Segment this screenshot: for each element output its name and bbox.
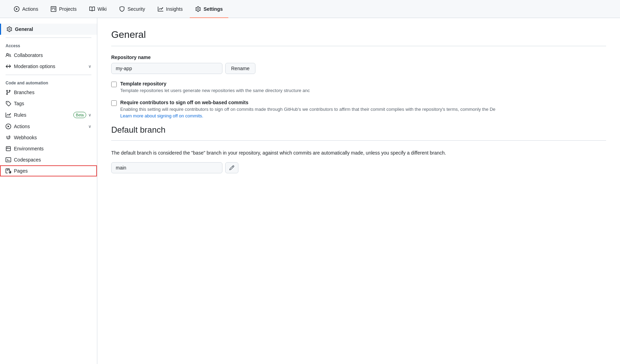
- nav-item-security[interactable]: Security: [114, 0, 151, 18]
- sidebar-divider-1: [6, 38, 91, 38]
- sign-off-title: Require contributors to sign off on web-…: [120, 100, 496, 105]
- sidebar-item-branches[interactable]: Branches: [0, 87, 97, 98]
- sidebar-item-rules[interactable]: Rules Beta ∨: [0, 109, 97, 121]
- actions-icon: [14, 6, 19, 12]
- rename-button[interactable]: Rename: [225, 63, 255, 74]
- branches-icon: [6, 90, 11, 95]
- projects-icon: [51, 6, 56, 12]
- nav-item-projects[interactable]: Projects: [45, 0, 82, 18]
- general-divider: [111, 46, 606, 46]
- repo-name-input[interactable]: [111, 63, 222, 74]
- wiki-icon: [89, 6, 95, 12]
- nav-item-settings[interactable]: Settings: [190, 0, 228, 18]
- webhooks-icon: [6, 135, 11, 140]
- sidebar-item-codespaces[interactable]: Codespaces: [0, 154, 97, 165]
- sign-off-link[interactable]: Learn more about signing off on commits.: [120, 113, 203, 118]
- edit-branch-button[interactable]: [225, 162, 238, 173]
- sidebar-item-actions[interactable]: Actions ∨: [0, 121, 97, 132]
- settings-icon: [195, 6, 201, 12]
- sidebar-item-pages[interactable]: Pages: [0, 165, 97, 176]
- collaborators-icon: [6, 52, 11, 58]
- gear-icon: [7, 26, 12, 32]
- sidebar-item-moderation[interactable]: Moderation options ∨: [0, 61, 97, 72]
- rules-chevron: ∨: [88, 113, 91, 117]
- branch-name-input[interactable]: [111, 162, 222, 173]
- actions-sidebar-icon: [6, 124, 11, 129]
- repo-name-label: Repository name: [111, 55, 606, 60]
- nav-item-insights[interactable]: Insights: [152, 0, 188, 18]
- nav-item-wiki[interactable]: Wiki: [84, 0, 112, 18]
- template-repo-checkbox[interactable]: [111, 82, 117, 87]
- tags-icon: [6, 101, 11, 106]
- sign-off-row: Require contributors to sign off on web-…: [111, 100, 606, 119]
- sign-off-desc: Enabling this setting will require contr…: [120, 106, 496, 119]
- sidebar-section-access: Access: [0, 41, 97, 50]
- sign-off-checkbox[interactable]: [111, 100, 117, 106]
- template-repo-title: Template repository: [120, 81, 310, 86]
- page-title: General: [111, 29, 606, 40]
- sidebar-item-environments[interactable]: Environments: [0, 143, 97, 154]
- pages-icon: [6, 168, 11, 174]
- pencil-icon: [229, 165, 235, 171]
- sidebar-item-collaborators[interactable]: Collaborators: [0, 50, 97, 61]
- codespaces-icon: [6, 157, 11, 163]
- sidebar-item-webhooks[interactable]: Webhooks: [0, 132, 97, 143]
- branch-input-row: [111, 162, 606, 173]
- rules-icon: [6, 112, 11, 118]
- sidebar-item-tags[interactable]: Tags: [0, 98, 97, 109]
- moderation-icon: [6, 64, 11, 69]
- environments-icon: [6, 146, 11, 151]
- default-branch-divider: [111, 140, 606, 141]
- default-branch-title: Default branch: [111, 125, 606, 135]
- insights-icon: [158, 6, 163, 12]
- sidebar-divider-2: [6, 75, 91, 75]
- moderation-chevron: ∨: [88, 64, 91, 69]
- repo-name-row: Rename: [111, 63, 606, 74]
- sidebar-item-general[interactable]: General: [0, 24, 97, 35]
- top-nav: Actions Projects Wiki Security: [0, 0, 620, 18]
- default-branch-desc: The default branch is considered the "ba…: [111, 149, 606, 157]
- actions-chevron: ∨: [88, 124, 91, 129]
- main-content: General Repository name Rename Template …: [97, 18, 620, 364]
- security-icon: [119, 6, 125, 12]
- nav-item-actions[interactable]: Actions: [8, 0, 44, 18]
- template-repo-desc: Template repositories let users generate…: [120, 87, 310, 94]
- sidebar-section-code: Code and automation: [0, 78, 97, 87]
- layout: General Access Collaborators: [0, 18, 620, 364]
- sidebar: General Access Collaborators: [0, 18, 97, 364]
- template-repo-row: Template repository Template repositorie…: [111, 81, 606, 94]
- rules-beta-badge: Beta: [73, 112, 86, 118]
